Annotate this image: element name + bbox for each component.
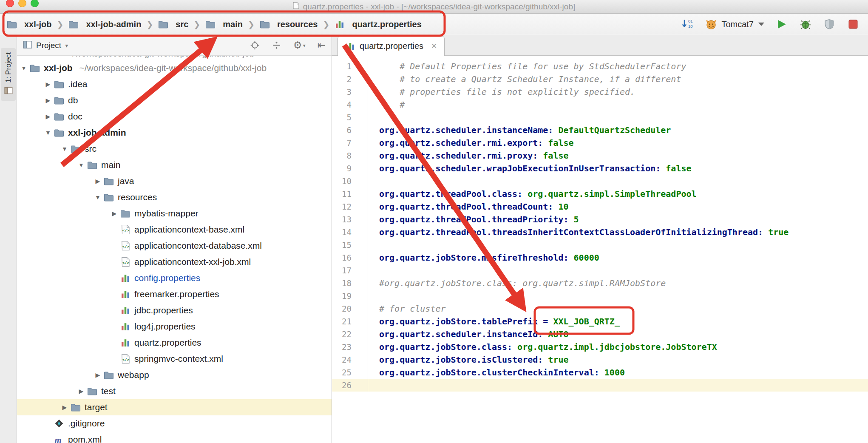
tree-item-label: main	[101, 160, 121, 170]
editor-line-17[interactable]: 17	[332, 264, 868, 277]
editor-line-5[interactable]: 5	[332, 111, 868, 124]
chevron-collapsed-icon[interactable]: ▶	[42, 97, 54, 104]
close-window-button[interactable]	[6, 0, 14, 7]
editor-line-12[interactable]: 12org.quartz.threadPool.threadCount: 10	[332, 200, 868, 213]
editor-line-10[interactable]: 10	[332, 175, 868, 187]
tree-item-doc[interactable]: ▶doc	[17, 108, 332, 125]
editor-line-14[interactable]: 14org.quartz.threadPool.threadsInheritCo…	[332, 226, 868, 239]
chevron-expanded-icon[interactable]: ▼	[42, 129, 54, 136]
tree-partial-row: ~/workspaces/idea-git-workspace/github/x…	[17, 56, 332, 60]
chevron-expanded-icon[interactable]: ▼	[75, 162, 87, 168]
code-editor[interactable]: 1 # Default Properties file for use by S…	[332, 56, 868, 443]
editor-line-15[interactable]: 15	[332, 239, 868, 251]
tree-item-src[interactable]: ▼src	[17, 141, 332, 157]
breadcrumb-item-resources[interactable]: resources	[260, 19, 318, 29]
tree-item-mybatis-mapper[interactable]: ▶mybatis-mapper	[17, 205, 332, 222]
editor-line-22[interactable]: 22org.quartz.scheduler.instanceId: AUTO	[332, 328, 868, 341]
tree-item-db[interactable]: ▶db	[17, 92, 332, 108]
chevron-collapsed-icon[interactable]: ▶	[92, 372, 104, 378]
tree-item-target[interactable]: ▶target	[17, 399, 332, 415]
editor-line-24[interactable]: 24org.quartz.jobStore.isClustered: true	[332, 353, 868, 366]
editor-line-20[interactable]: 20# for cluster	[332, 302, 868, 315]
tree-item-springmvc-context.xml[interactable]: </>springmvc-context.xml	[17, 351, 332, 367]
editor-line-25[interactable]: 25org.quartz.jobStore.clusterCheckinInte…	[332, 366, 868, 379]
tree-item-resources[interactable]: ▼resources	[17, 189, 332, 205]
code-text: org.quartz.jobStore.misfireThreshold: 60…	[368, 251, 599, 264]
editor-line-19[interactable]: 19	[332, 290, 868, 302]
chevron-collapsed-icon[interactable]: ▶	[92, 178, 104, 185]
tree-item-freemarker.properties[interactable]: freemarker.properties	[17, 286, 332, 302]
tree-item-main[interactable]: ▼main	[17, 157, 332, 173]
folder-icon	[54, 111, 64, 122]
window-title-text: quartz.properties - xxl-job - [~/workspa…	[303, 2, 575, 11]
editor-line-6[interactable]: 6org.quartz.scheduler.instanceName: Defa…	[332, 124, 868, 136]
breadcrumb-item-main[interactable]: main	[205, 19, 243, 29]
token-comment: #org.quartz.jobStore.class: org.quartz.s…	[379, 278, 666, 288]
stripe-tab-project[interactable]: 1: Project	[1, 48, 16, 101]
tree-item-pom.xml[interactable]: mpom.xml	[17, 432, 332, 443]
tree-item-.idea[interactable]: ▶.idea	[17, 76, 332, 92]
breadcrumb-item-xxl-job-admin[interactable]: xxl-job-admin	[68, 19, 141, 29]
collapse-all-icon[interactable]	[272, 40, 281, 50]
locate-file-icon[interactable]	[250, 40, 260, 50]
run-configuration-selector[interactable]: Tomcat7	[705, 18, 764, 31]
run-configuration-label: Tomcat7	[721, 20, 754, 29]
chevron-collapsed-icon[interactable]: ▶	[75, 388, 87, 395]
chevron-expanded-icon[interactable]: ▼	[18, 65, 30, 71]
minimize-window-button[interactable]	[18, 0, 26, 7]
line-number: 11	[332, 187, 368, 200]
line-number: 12	[332, 200, 368, 213]
tab-quartz-properties[interactable]: quartz.properties ✕	[338, 36, 445, 56]
editor-line-21[interactable]: 21org.quartz.jobStore.tablePrefix = XXL_…	[332, 315, 868, 328]
editor-line-8[interactable]: 8org.quartz.scheduler.rmi.proxy: false	[332, 149, 868, 162]
view-mode-chevron-icon[interactable]: ▾	[65, 42, 68, 49]
editor-line-16[interactable]: 16org.quartz.jobStore.misfireThreshold: …	[332, 251, 868, 264]
editor-line-1[interactable]: 1 # Default Properties file for use by S…	[332, 60, 868, 73]
editor-line-2[interactable]: 2 # to create a Quartz Scheduler Instanc…	[332, 73, 868, 85]
hide-tool-window-icon[interactable]: ⇤	[318, 40, 326, 51]
coverage-button[interactable]	[823, 18, 836, 31]
tree-item-log4j.properties[interactable]: log4j.properties	[17, 318, 332, 335]
folder-icon	[87, 386, 97, 396]
editor-line-7[interactable]: 7org.quartz.scheduler.rmi.export: false	[332, 136, 868, 149]
code-text: org.quartz.threadPool.threadCount: 10	[368, 200, 569, 213]
editor-line-13[interactable]: 13org.quartz.threadPool.threadPriority: …	[332, 213, 868, 226]
chevron-collapsed-icon[interactable]: ▶	[42, 113, 54, 120]
tree-item-config.properties[interactable]: config.properties	[17, 270, 332, 286]
run-button[interactable]	[775, 18, 788, 31]
tree-item-quartz.properties[interactable]: quartz.properties	[17, 335, 332, 351]
zoom-window-button[interactable]	[31, 0, 39, 7]
chevron-expanded-icon[interactable]: ▼	[92, 194, 104, 201]
close-icon[interactable]: ✕	[431, 42, 437, 51]
chevron-expanded-icon[interactable]: ▼	[59, 145, 71, 152]
tree-item-.gitignore[interactable]: .gitignore	[17, 415, 332, 432]
tree-item-xxl-job[interactable]: ▼xxl-job ~/workspaces/idea-git-workspace…	[17, 60, 332, 76]
incoming-changes-icon[interactable]: 0110	[681, 18, 694, 31]
breadcrumb-item-xxl-job[interactable]: xxl-job	[7, 19, 51, 29]
chevron-collapsed-icon[interactable]: ▶	[42, 81, 54, 88]
breadcrumb-item-src[interactable]: src	[158, 19, 188, 29]
tree-item-jdbc.properties[interactable]: jdbc.properties	[17, 302, 332, 318]
editor-line-3[interactable]: 3 # properties file is not explicitly sp…	[332, 85, 868, 98]
tree-item-xxl-job-admin[interactable]: ▼xxl-job-admin	[17, 125, 332, 141]
debug-button[interactable]	[799, 18, 812, 31]
editor-line-11[interactable]: 11org.quartz.threadPool.class: org.quart…	[332, 187, 868, 200]
editor-line-4[interactable]: 4 #	[332, 98, 868, 111]
tree-item-java[interactable]: ▶java	[17, 173, 332, 189]
stop-button[interactable]	[847, 18, 859, 31]
chevron-collapsed-icon[interactable]: ▶	[108, 210, 120, 217]
editor-line-18[interactable]: 18#org.quartz.jobStore.class: org.quartz…	[332, 277, 868, 290]
tree-item-applicationcontext-xxl-job.xml[interactable]: </>applicationcontext-xxl-job.xml	[17, 254, 332, 270]
tree-item-test[interactable]: ▶test	[17, 383, 332, 399]
code-text: org.quartz.jobStore.isClustered: true	[368, 353, 569, 366]
editor-line-26[interactable]: 26	[332, 379, 868, 392]
editor-line-23[interactable]: 23org.quartz.jobStore.class: org.quartz.…	[332, 341, 868, 353]
token-value: false	[543, 151, 568, 161]
tree-item-applicationcontext-database.xml[interactable]: </>applicationcontext-database.xml	[17, 238, 332, 254]
tree-item-applicationcontext-base.xml[interactable]: </>applicationcontext-base.xml	[17, 222, 332, 238]
breadcrumb-item-quartz.properties[interactable]: quartz.properties	[335, 19, 421, 29]
editor-line-9[interactable]: 9org.quartz.scheduler.wrapJobExecutionIn…	[332, 162, 868, 175]
tree-item-webapp[interactable]: ▶webapp	[17, 367, 332, 383]
gear-icon[interactable]: ⚙▾	[293, 40, 306, 51]
chevron-collapsed-icon[interactable]: ▶	[59, 404, 71, 411]
